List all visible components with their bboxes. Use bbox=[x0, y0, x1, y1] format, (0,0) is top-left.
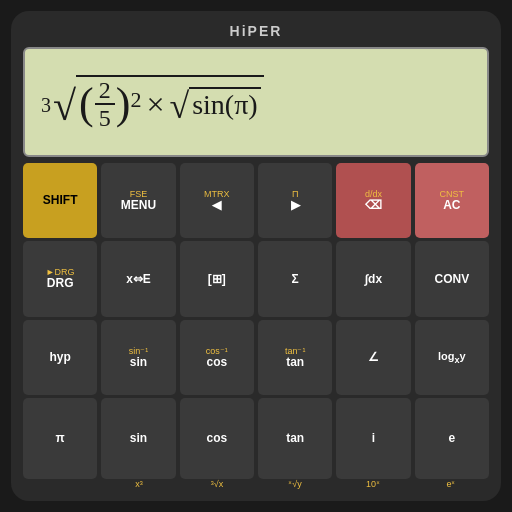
pi-button[interactable]: π bbox=[23, 398, 97, 479]
e-button[interactable]: e bbox=[415, 398, 489, 479]
inner-sqrt: √ sin(π) bbox=[169, 86, 260, 122]
sub-10x: 10ˣ bbox=[336, 479, 410, 489]
integral-button[interactable]: ∫dx bbox=[336, 241, 410, 316]
sub-ex: eˣ bbox=[414, 479, 488, 489]
x-e-button[interactable]: x⇔E bbox=[101, 241, 175, 316]
sin-button[interactable]: sin bbox=[101, 398, 175, 479]
inner-sqrt-symbol: √ bbox=[169, 88, 189, 124]
left-arrow-button[interactable]: MTRX ◀ bbox=[180, 163, 254, 238]
log-xy-button[interactable]: logxy bbox=[415, 320, 489, 395]
close-paren: ) bbox=[116, 82, 131, 126]
tan-button[interactable]: tan bbox=[258, 398, 332, 479]
fraction-2-5: 2 5 bbox=[95, 77, 115, 132]
right-arrow-button[interactable]: Π ▶ bbox=[258, 163, 332, 238]
app-title: HiPER bbox=[23, 21, 489, 41]
button-row-1: SHIFT FSE MENU MTRX ◀ Π ▶ d/dx ⌫ CNST AC bbox=[23, 163, 489, 238]
drg-button[interactable]: ►DRG DRG bbox=[23, 241, 97, 316]
i-button[interactable]: i bbox=[336, 398, 410, 479]
conv-button[interactable]: CONV bbox=[415, 241, 489, 316]
sub-x3: x³ bbox=[102, 479, 176, 489]
times-symbol: × bbox=[146, 86, 164, 123]
menu-button[interactable]: FSE MENU bbox=[101, 163, 175, 238]
numerator: 2 bbox=[95, 77, 115, 105]
sin-inv-button[interactable]: sin⁻¹ sin bbox=[101, 320, 175, 395]
sqrt-symbol: √ bbox=[53, 85, 76, 127]
button-row-3: hyp sin⁻¹ sin cos⁻¹ cos tan⁻¹ tan ∠ logx… bbox=[23, 320, 489, 395]
tan-inv-button[interactable]: tan⁻¹ tan bbox=[258, 320, 332, 395]
denominator: 5 bbox=[95, 105, 115, 131]
display-screen: 3 √ ( 2 5 ) 2 × √ sin(π) bbox=[23, 47, 489, 157]
cos-inv-button[interactable]: cos⁻¹ cos bbox=[180, 320, 254, 395]
buttons-area: SHIFT FSE MENU MTRX ◀ Π ▶ d/dx ⌫ CNST AC bbox=[23, 163, 489, 489]
inner-sqrt-content: sin(π) bbox=[189, 87, 260, 121]
matrix-button[interactable]: [⊞] bbox=[180, 241, 254, 316]
exponent-2: 2 bbox=[130, 87, 141, 113]
delete-button[interactable]: d/dx ⌫ bbox=[336, 163, 410, 238]
sublabel-row-4: x³ ³√x ˣ√y 10ˣ eˣ bbox=[23, 479, 489, 489]
open-paren: ( bbox=[79, 82, 94, 126]
display-expression: 3 √ ( 2 5 ) 2 × √ sin(π) bbox=[41, 75, 264, 132]
calculator: HiPER 3 √ ( 2 5 ) 2 × √ bbox=[11, 11, 501, 501]
shift-button[interactable]: SHIFT bbox=[23, 163, 97, 238]
sub-cbrtx: ³√x bbox=[180, 479, 254, 489]
sigma-button[interactable]: Σ bbox=[258, 241, 332, 316]
angle-button[interactable]: ∠ bbox=[336, 320, 410, 395]
sqrt-content: ( 2 5 ) 2 × √ sin(π) bbox=[76, 75, 264, 132]
sub-pi bbox=[24, 479, 98, 489]
sub-xrty: ˣ√y bbox=[258, 479, 332, 489]
button-row-2: ►DRG DRG x⇔E [⊞] Σ ∫dx CONV bbox=[23, 241, 489, 316]
button-row-4: π sin cos tan i e bbox=[23, 398, 489, 479]
ac-button[interactable]: CNST AC bbox=[415, 163, 489, 238]
cos-button[interactable]: cos bbox=[180, 398, 254, 479]
hyp-button[interactable]: hyp bbox=[23, 320, 97, 395]
cube-root-index: 3 bbox=[41, 94, 51, 117]
